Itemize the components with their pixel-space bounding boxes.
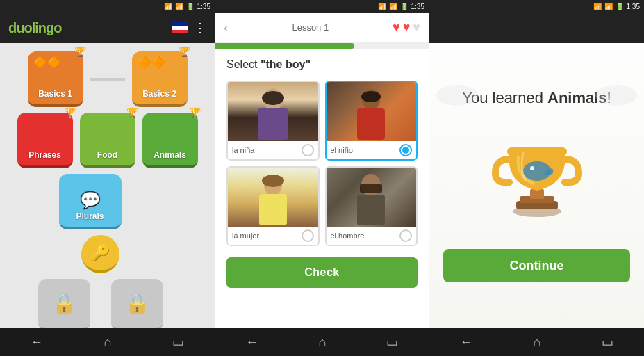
logo-text: duolingo — [8, 20, 61, 35]
status-bar-1: 📶 📶 🔋 1:35 — [0, 0, 215, 13]
lesson-header: ‹ Lesson 1 ♥ ♥ ♥ — [215, 13, 429, 43]
radio-4[interactable] — [399, 229, 412, 242]
heart-2: ♥ — [403, 20, 411, 35]
header-actions: ⋮ — [172, 20, 206, 35]
heart-1: ♥ — [393, 20, 400, 35]
locked-row: 🔒 🔒 — [38, 279, 163, 328]
home-nav-btn-3[interactable]: ⌂ — [522, 331, 552, 354]
recents-nav-btn[interactable]: ▭ — [161, 330, 195, 354]
svg-rect-4 — [357, 108, 385, 140]
choice-2-label: el niño — [331, 146, 353, 154]
radio-1[interactable] — [302, 144, 314, 156]
wifi-icon: 📶 — [164, 3, 172, 10]
trophy-icon-5: 🏆 — [189, 107, 201, 118]
skill-basics1[interactable]: 🏆 🔶🔶 Basics 1 — [28, 51, 83, 107]
skill-plurals-label: Plurals — [76, 211, 104, 221]
choice-la-nina[interactable]: la niña — [226, 81, 320, 161]
cloud-right — [595, 85, 637, 106]
lesson-back-btn[interactable]: ‹ — [224, 19, 229, 35]
time-1: 1:35 — [197, 3, 210, 10]
back-nav-btn-3[interactable]: ← — [449, 331, 484, 354]
choice-4-label: el hombre — [331, 232, 365, 240]
hearts-display: ♥ ♥ ♥ — [393, 20, 420, 35]
trophy-icon-3: 🏆 — [64, 107, 76, 118]
svg-rect-1 — [258, 108, 288, 140]
lesson-panel: 📶 📶 🔋 1:35 ‹ Lesson 1 ♥ ♥ ♥ Select "the … — [215, 0, 429, 356]
continue-button[interactable]: Continue — [443, 249, 630, 282]
skill-row-2: 🏆 Phrases 🏆 Food 🏆 Animals — [17, 113, 198, 168]
progress-fill — [215, 43, 354, 49]
trophy-icon: 🏆 — [74, 46, 86, 57]
svg-rect-11 — [360, 184, 382, 193]
home-nav-btn-2[interactable]: ⌂ — [308, 331, 338, 354]
trophy-display — [485, 121, 589, 228]
victory-panel: 📶 📶 🔋 1:35 You learned Animals! — [429, 0, 644, 356]
locked-skill-1: 🔒 — [38, 279, 90, 328]
skill-food[interactable]: 🏆 Food — [80, 113, 135, 168]
photo-el-nino — [327, 82, 417, 141]
skill-basics1-label: Basics 1 — [38, 89, 72, 99]
svg-rect-10 — [357, 195, 385, 225]
skill-phrases[interactable]: 🏆 Phrases — [17, 113, 73, 168]
battery-icon: 🔋 — [186, 3, 195, 10]
choice-el-nino[interactable]: el niño — [325, 81, 418, 161]
lesson-body: Select "the boy" la niña — [215, 49, 429, 328]
choice-1-label: la niña — [232, 146, 254, 154]
choice-3-label: la mujer — [232, 232, 259, 240]
recents-nav-btn-2[interactable]: ▭ — [375, 330, 409, 354]
skill-row-3: 💬 Plurals — [59, 174, 122, 229]
bottom-nav-1: ← ⌂ ▭ — [0, 328, 215, 356]
battery-icon-3: 🔋 — [616, 3, 624, 10]
recents-nav-btn-3[interactable]: ▭ — [591, 330, 625, 354]
victory-body: You learned Animals! — [429, 43, 644, 328]
image-choices-grid: la niña el niño — [226, 81, 418, 246]
photo-la-mujer — [228, 168, 318, 227]
skills-map: 🏆 🔶🔶 Basics 1 🏆 🔶🔶 Basics 2 🏆 Phrases 🏆 … — [0, 43, 215, 328]
lock-row: 🔑 — [81, 235, 119, 273]
skill-plurals[interactable]: 💬 Plurals — [59, 174, 122, 229]
trophy-icon-2: 🏆 — [179, 46, 190, 57]
skills-panel: 📶 📶 🔋 1:35 duolingo ⋮ 🏆 🔶🔶 Basics 1 🏆 🔶🔶 — [0, 0, 215, 356]
trophy-svg — [485, 121, 589, 225]
status-bar-2: 📶 📶 🔋 1:35 — [215, 0, 429, 13]
back-nav-btn[interactable]: ← — [19, 331, 54, 354]
skill-animals[interactable]: 🏆 Animals — [142, 113, 198, 168]
connector-h — [90, 78, 125, 81]
svg-rect-7 — [259, 194, 287, 225]
check-button[interactable]: Check — [226, 257, 418, 288]
skill-basics2[interactable]: 🏆 🔶🔶 Basics 2 — [132, 51, 188, 107]
more-options-icon[interactable]: ⋮ — [194, 20, 206, 35]
locked-skill[interactable]: 🔑 — [81, 235, 119, 273]
svg-point-8 — [262, 175, 284, 187]
svg-point-2 — [262, 91, 284, 105]
plurals-icon: 💬 — [80, 191, 101, 210]
lesson-title: Lesson 1 — [292, 22, 329, 33]
choice-2-label-row: el niño — [327, 141, 417, 159]
skill-phrases-label: Phrases — [28, 150, 61, 160]
time-2: 1:35 — [411, 3, 424, 10]
svg-rect-15 — [530, 189, 544, 199]
skill-animals-label: Animals — [154, 150, 186, 160]
choice-la-mujer[interactable]: la mujer — [226, 166, 320, 246]
radio-2[interactable] — [399, 144, 412, 156]
time-3: 1:35 — [627, 3, 640, 10]
choice-4-label-row: el hombre — [327, 227, 417, 245]
choice-el-hombre[interactable]: el hombre — [325, 166, 418, 246]
signal-icon-2: 📶 — [389, 3, 397, 10]
bottom-nav-2: ← ⌂ ▭ — [215, 328, 429, 356]
trophy-icon-4: 🏆 — [126, 107, 138, 118]
signal-icon: 📶 — [175, 3, 183, 10]
cloud-left — [436, 85, 478, 106]
prompt-prefix: Select — [226, 58, 261, 70]
choice-3-label-row: la mujer — [228, 227, 318, 245]
locked-skill-2: 🔒 — [111, 279, 163, 328]
app-logo: duolingo — [8, 20, 61, 36]
back-nav-btn-2[interactable]: ← — [235, 331, 270, 354]
crown-icon-2: 🔶🔶 — [138, 56, 165, 69]
photo-el-hombre — [327, 168, 417, 227]
wifi-icon-3: 📶 — [593, 3, 602, 10]
language-flag[interactable] — [172, 22, 188, 33]
home-nav-btn[interactable]: ⌂ — [93, 331, 123, 354]
bottom-nav-3: ← ⌂ ▭ — [429, 328, 644, 356]
radio-3[interactable] — [302, 229, 314, 242]
